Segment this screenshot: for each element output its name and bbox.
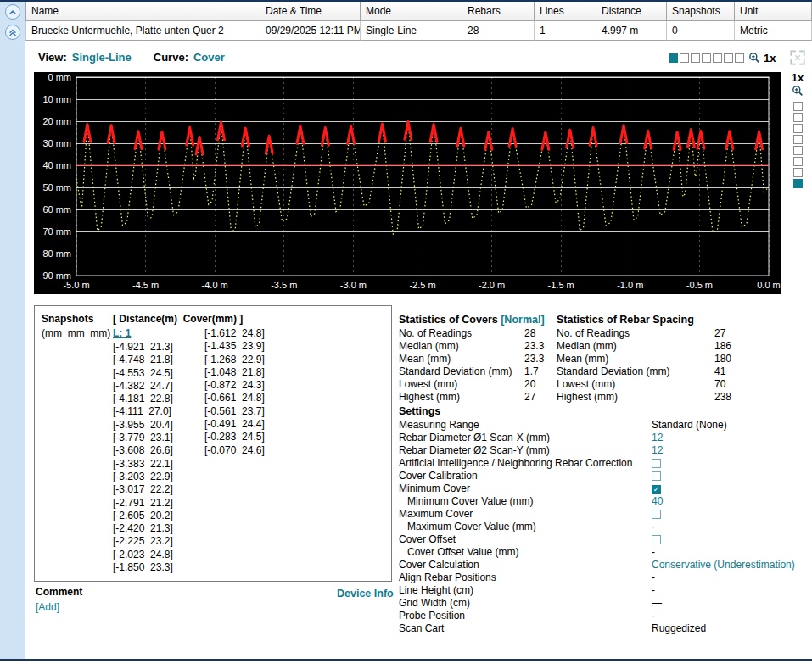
column-header-snapshots[interactable]: Snapshots [667,2,735,21]
column-header-lines[interactable]: Lines [535,2,596,21]
data-row: Grid Width (cm)— [399,597,812,610]
collapse-row-button[interactable] [5,25,20,40]
zoom-step-3[interactable] [793,124,803,133]
zoom-step-4[interactable] [793,135,803,144]
data-row: Minimum Cover Value (mm)40 [399,495,812,508]
row-label: Align Rebar Positions [399,571,652,584]
row-label: Minimum Cover Value (mm) [399,495,652,508]
data-row: Minimum Cover✓ [399,482,812,495]
column-header-rebars[interactable]: Rebars [462,2,535,21]
snapshot-reading: [-4.748 21.8] [113,354,173,366]
zoom-step-2[interactable] [680,53,689,63]
snapshot-reading: [-3.779 23.1] [113,432,173,444]
row-value [652,533,812,546]
svg-text:0.0 m: 0.0 m [757,280,781,290]
checkbox-unchecked[interactable] [652,535,661,544]
row-label: Highest (mm) [399,391,524,404]
snapshot-reading: [-3.955 20.4] [113,419,173,432]
row-label: Cover Calibration [399,470,652,482]
zoom-step-1[interactable] [793,102,803,111]
row-label: Mean (mm) [399,353,524,365]
zoom-in-icon[interactable] [748,52,760,65]
checkbox-unchecked[interactable] [652,459,661,468]
column-header-datetime[interactable]: Date & Time [260,2,361,21]
column-header-mode[interactable]: Mode [361,2,462,21]
row-value: Standard (None) [652,419,812,432]
zoom-step-4[interactable] [702,53,711,63]
checkbox-unchecked[interactable] [652,471,661,481]
row-value[interactable]: 12 [652,432,812,444]
snapshot-reading: [-4.553 24.5] [113,367,173,380]
checkbox-unchecked[interactable] [652,510,661,519]
zoom-step-1[interactable] [669,53,678,63]
zoom-steps-horizontal [669,53,744,63]
snapshot-reading: [-0.561 23.7] [204,405,265,418]
zoom-in-icon[interactable] [792,85,804,98]
snapshot-reading: [-4.382 24.7] [113,380,173,393]
column-header-unit[interactable]: Unit [735,2,812,21]
zoom-step-5[interactable] [713,53,722,63]
zoom-step-7[interactable] [735,53,744,63]
row-label: No. of Readings [399,327,524,340]
zoom-step-6[interactable] [793,157,803,166]
data-row: Lowest (mm)20 [399,378,557,391]
covers-mode-link[interactable]: [Normal] [501,314,544,326]
svg-text:70 mm: 70 mm [42,226,71,237]
row-value[interactable]: Conservative (Underestimation) [652,559,812,571]
data-row: Rebar Diameter Ø2 Scan-Y (mm)12 [399,444,812,457]
row-label: Cover Offset [399,533,652,546]
device-info-link[interactable]: Device Info [337,588,394,599]
view-curve-bar: View:Single-LineCurve:Cover [38,51,225,64]
snapshot-reading: [-3.608 26.6] [113,444,173,457]
chevron-up-icon [8,7,18,17]
collapse-header-button[interactable] [5,4,20,20]
data-row: Highest (mm)27 [399,391,557,404]
cover-curve-svg: 0 mm10 mm20 mm30 mm40 mm50 mm60 mm70 mm8… [34,72,781,294]
data-row: No. of Readings27 [557,327,811,340]
row-value: 1.7 [524,365,557,378]
svg-text:60 mm: 60 mm [42,204,71,215]
view-selector[interactable]: Single-Line [72,51,132,64]
snapshot-reading: [-1.268 22.9] [204,354,265,366]
cell-mode: Single-Line [361,21,462,41]
zoom-step-5[interactable] [793,146,803,155]
row-label: Scan Cart [399,622,652,635]
svg-text:10 mm: 10 mm [42,94,71,104]
row-value: 28 [524,327,557,340]
row-value[interactable]: 12 [652,444,812,457]
row-label: Median (mm) [557,340,714,353]
row-value[interactable]: 40 [652,495,812,508]
row-label: Line Height (cm) [399,584,652,597]
svg-text:-3.5 m: -3.5 m [271,280,297,290]
checkbox-checked[interactable]: ✓ [652,485,661,494]
comment-add-link[interactable]: [Add] [36,601,59,613]
svg-text:0 mm: 0 mm [48,72,72,82]
curve-selector[interactable]: Cover [193,51,225,64]
data-row: Lowest (mm)70 [557,378,811,391]
row-label: Probe Position [399,610,652,622]
cover-curve-chart[interactable]: 0 mm10 mm20 mm30 mm40 mm50 mm60 mm70 mm8… [34,72,781,294]
line-1-link[interactable]: L: 1 [113,327,131,339]
measurement-row[interactable]: Bruecke Untermuehle, Platte unten Quer 2… [25,21,812,41]
zoom-step-2[interactable] [793,113,803,122]
data-row: Median (mm)23.3 [399,340,557,353]
zoom-step-8[interactable] [793,179,803,188]
data-row: Maximum Cover Value (mm)- [399,521,812,533]
zoom-step-3[interactable] [691,53,700,63]
zoom-step-7[interactable] [793,168,803,177]
snapshot-reading: [-2.791 21.2] [113,497,173,510]
curve-label: Curve: [154,51,188,64]
row-value [652,508,812,521]
row-label: Maximum Cover [399,508,652,521]
snapshot-reading: [-0.872 24.3] [204,379,265,392]
readings-column-2: [-1.612 24.8][-1.435 23.9][-1.268 22.9][… [204,327,265,457]
fullscreen-icon[interactable] [788,48,807,67]
cell-unit: Metric [735,21,812,41]
row-value: - [652,546,812,559]
zoom-step-6[interactable] [724,53,733,63]
cell-distance: 4.997 m [596,21,667,41]
column-header-distance[interactable]: Distance [596,2,667,21]
column-header-name[interactable]: Name [25,2,260,21]
snapshot-reading: [-0.661 24.8] [204,392,265,404]
row-label: Minimum Cover [399,482,652,495]
